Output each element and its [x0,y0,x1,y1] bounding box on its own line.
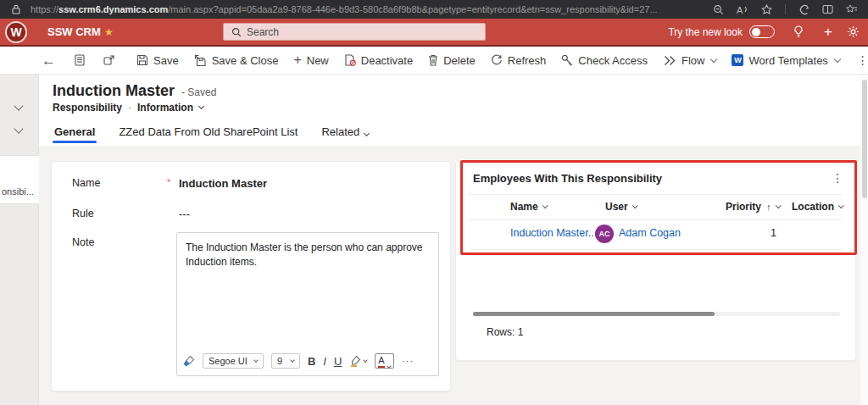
form-selector[interactable]: Information [137,102,193,114]
italic-button[interactable]: I [323,355,326,368]
sidebar-collapsed-item[interactable]: onsibi... [0,155,39,204]
note-text[interactable]: The Induction Master is the person who c… [177,233,438,277]
save-status: - Saved [181,86,216,98]
highlight-color-button[interactable] [349,355,367,367]
refresh-button[interactable]: Refresh [483,47,554,74]
subgrid-scrollbar-thumb[interactable] [473,312,715,316]
rows-count: Rows: 1 [487,326,523,338]
save-button[interactable]: Save [129,47,186,74]
crm-search-box[interactable] [223,23,486,41]
sort-ascending-icon: ↑ [766,202,771,212]
rich-text-toolbar: Segoe UI 9 B I U A ··· [182,350,433,372]
chevron-down-icon [834,55,841,62]
entity-type-label: Responsibility [53,102,122,114]
word-templates-button[interactable]: W Word Templates [724,47,847,74]
required-asterisk: * [167,177,179,190]
record-header: Induction Master - Saved Responsibility … [39,75,868,146]
new-look-toggle[interactable] [749,25,775,38]
bold-button[interactable]: B [308,355,315,368]
flow-button[interactable]: Flow [655,47,724,74]
tab-related[interactable]: Related [320,120,370,146]
note-editor[interactable]: The Induction Master is the person who c… [176,232,439,376]
quick-create-plus-icon[interactable]: + [824,24,832,41]
priority-value: 1 [727,227,776,239]
browser-essentials-icon[interactable] [798,4,810,15]
form-tabs: General ZZed Data From Old SharePoint Li… [53,120,370,146]
column-header-priority[interactable]: Priority↑ [726,201,780,213]
check-access-button[interactable]: Check Access [554,47,655,74]
search-icon [231,27,242,37]
sidebar-expand-icon[interactable] [15,120,22,136]
lightbulb-icon[interactable] [793,25,804,38]
subgrid-title: Employees With This Responsibility [473,172,662,185]
column-header-name[interactable]: Name [510,201,547,213]
underline-button[interactable]: U [334,355,342,368]
page-scrollbar[interactable] [860,75,868,405]
delete-button[interactable]: Delete [420,47,483,74]
command-bar: ← Save Save & Close + New Deactivate Del… [0,47,868,75]
lock-icon [12,4,20,14]
record-name-link[interactable]: Induction Master... [510,227,597,239]
subgrid-header-row: Name User Priority↑ Location [456,194,855,219]
record-set-button[interactable] [65,47,94,74]
collapsed-sidebar: onsibi... [0,75,39,405]
rule-field-label: Rule [72,208,167,220]
app-favorite-star-icon[interactable]: ★ [104,26,114,38]
chevron-down-icon [632,202,637,208]
font-name-select[interactable]: Segoe UI [203,353,264,369]
user-avatar: AC [595,225,614,243]
dynamics-crm-window: https://ssw.crm6.dynamics.com/main.aspx?… [0,0,868,405]
format-painter-icon[interactable] [182,355,195,368]
browser-address-bar: https://ssw.crm6.dynamics.com/main.aspx?… [0,0,868,19]
general-section-card: Name * Induction Master Rule --- Note Th… [51,161,451,391]
font-color-button[interactable]: A [375,353,393,369]
table-row[interactable]: Induction Master... AC Adam Cogan 1 [456,219,855,249]
ssw-logo[interactable]: W [5,21,27,43]
new-look-label: Try the new look [668,26,743,38]
chevron-down-icon [776,202,781,208]
chevron-down-icon [198,103,204,109]
tab-zzed-data[interactable]: ZZed Data From Old SharePoint List [117,120,299,146]
deactivate-button[interactable]: Deactivate [337,47,420,74]
save-and-close-button[interactable]: Save & Close [186,47,287,74]
chevron-down-icon [290,358,295,363]
split-screen-icon[interactable] [822,4,833,14]
user-link[interactable]: Adam Cogan [619,227,681,239]
main-area: onsibi... Induction Master - Saved Respo… [0,75,868,405]
search-input[interactable] [247,26,459,38]
form-content: Name * Induction Master Rule --- Note Th… [39,146,868,405]
rule-field-value[interactable]: --- [179,208,190,220]
url-text[interactable]: https://ssw.crm6.dynamics.com/main.aspx?… [31,4,713,14]
employees-subgrid-card: Employees With This Responsibility ⋮ Nam… [455,161,856,361]
subgrid-more-button[interactable]: ⋮ [832,171,843,185]
app-name[interactable]: SSW CRM [47,25,101,38]
chevron-down-icon [253,358,259,363]
favorites-bar-icon[interactable] [846,4,858,15]
more-commands-button[interactable]: ⋮ [848,47,868,74]
chevron-down-icon [363,358,368,363]
back-button[interactable]: ← [32,47,65,74]
more-formatting-button[interactable]: ··· [402,355,415,367]
crm-app-header: W SSW CRM ★ Try the new look + [0,19,868,47]
name-field-label: Name [72,177,167,190]
chevron-down-icon [364,130,370,136]
read-aloud-icon[interactable]: A [737,4,748,15]
zoom-indicator-icon[interactable] [713,4,724,15]
divider [785,4,786,14]
settings-gear-icon[interactable] [847,25,860,38]
svg-text:A: A [737,5,743,15]
column-header-location[interactable]: Location [792,201,843,213]
column-header-user[interactable]: User [605,201,637,213]
font-size-select[interactable]: 9 [271,353,300,369]
word-icon: W [732,54,743,66]
page-scrollbar-thumb[interactable] [862,80,867,198]
favorite-star-icon[interactable] [761,4,772,15]
new-button[interactable]: + New [286,47,336,74]
chevron-down-icon [387,363,392,369]
tab-general[interactable]: General [53,120,97,146]
chevron-down-icon [838,202,843,208]
subgrid-scrollbar-track [473,312,840,316]
popout-button[interactable] [94,47,124,74]
sidebar-expand-icon[interactable] [15,97,22,113]
name-field-value[interactable]: Induction Master [179,177,267,190]
